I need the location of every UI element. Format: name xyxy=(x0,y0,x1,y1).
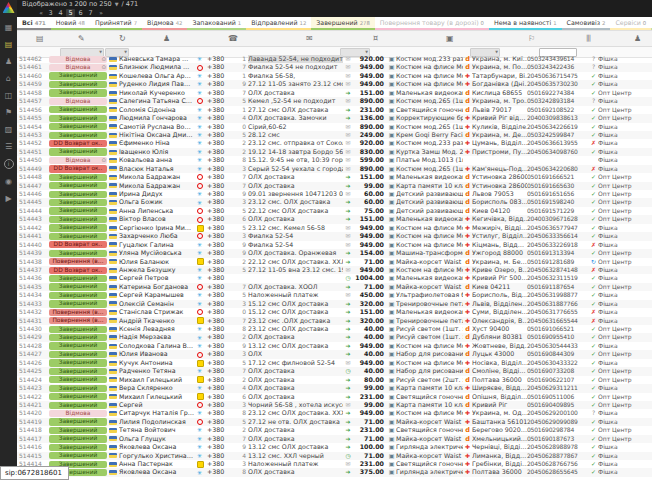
sent-message-icon[interactable]: ➔ xyxy=(343,308,353,316)
phone-number[interactable]: +380 xyxy=(207,139,238,147)
tab-Повернення товару (в дорозі)[interactable]: Повернення товару (в дорозі)0 xyxy=(375,17,489,30)
product-name[interactable]: Рисуй светом (1шт. х 40.00 = 40… xyxy=(396,325,463,333)
tab-Прийнятий[interactable]: Прийнятий7 xyxy=(90,17,142,30)
phone-number[interactable]: +380 xyxy=(207,376,238,384)
phone-number[interactable]: +380 xyxy=(207,274,238,282)
customers-icon[interactable]: ♟ xyxy=(2,55,15,68)
tab-Сервіси[interactable]: Сервіси0 xyxy=(610,17,651,30)
customer-name[interactable]: Сергей xyxy=(119,401,197,409)
sent-message-icon[interactable]: ➔ xyxy=(343,182,353,190)
order-row[interactable]: 514420ВідмоваСитарчук Наталія Гр…✳+38082… xyxy=(17,409,652,417)
order-row[interactable]: 514426ЗавершенийКучук Антонина+380517.12… xyxy=(17,359,652,367)
product-name[interactable]: Майка-корсет Waist Trainer *142… xyxy=(396,452,463,460)
customer-name[interactable]: Соломія Сідоніна xyxy=(119,106,197,114)
order-row[interactable]: 514433ЗавершенийОлексій Семанін✳+380315.… xyxy=(17,300,652,308)
phone-number[interactable]: +380 xyxy=(207,333,238,341)
status-badge[interactable]: Повернення (в… xyxy=(49,258,107,265)
tracking-number[interactable]: 0501690622107 xyxy=(527,376,589,384)
status-badge[interactable]: Завершений xyxy=(49,300,107,307)
status-badge[interactable]: Завершений xyxy=(49,224,107,231)
product-name[interactable]: Костюм на флисе Мод.1014 (1ш… xyxy=(396,266,463,274)
tracking-number[interactable]: 0501691665630 xyxy=(527,182,589,190)
cart-icon[interactable]: ◫ xyxy=(2,89,15,102)
phone-number[interactable]: +380 xyxy=(207,148,238,156)
message-icon[interactable]: ✉ xyxy=(343,131,353,139)
pending-icon[interactable]: ◷ xyxy=(343,367,353,375)
tracking-number[interactable]: 20450629099089 xyxy=(527,418,589,426)
tracking-number[interactable]: 20450634098760 xyxy=(527,148,589,156)
phone-number[interactable]: +380 xyxy=(207,460,238,468)
sent-message-icon[interactable]: ➔ xyxy=(343,89,353,97)
sent-message-icon[interactable]: ➔ xyxy=(343,207,353,215)
marketing-icon[interactable]: ⚑ xyxy=(2,106,15,119)
status-badge[interactable]: Завершений xyxy=(49,418,107,425)
message-icon[interactable]: ✉ xyxy=(343,97,353,105)
phone-number[interactable]: +380 xyxy=(207,232,238,240)
sent-message-icon[interactable]: ➔ xyxy=(343,114,353,122)
customer-name[interactable]: Сергей Карамышев xyxy=(119,291,197,299)
phone-number[interactable]: +380 xyxy=(207,97,238,105)
product-name[interactable]: Куртка Замш Мод. 250 (1шт. х 8… xyxy=(396,148,463,156)
message-icon[interactable]: ✉ xyxy=(343,224,353,232)
tracking-number[interactable]: 20400309671628 xyxy=(527,215,589,223)
phone-number[interactable]: +380 xyxy=(207,131,238,139)
customer-name[interactable]: Сергей Петров xyxy=(119,274,197,282)
order-row[interactable]: 514445ЗавершенийОльга Божик✳+380323.12 с… xyxy=(17,198,652,206)
status-badge[interactable]: Завершений xyxy=(49,250,107,257)
order-row[interactable]: 514437DD Возврат ок..Анжела Безушку✳+380… xyxy=(17,266,652,274)
per-page-dropdown-icon[interactable]: ▼ xyxy=(115,0,119,9)
phone-number[interactable]: +380 xyxy=(207,182,238,190)
product-name[interactable]: Корректирующие брюки Hollyw… xyxy=(396,114,463,122)
order-comment[interactable]: ОЛХ доставка xyxy=(248,435,343,443)
order-comment[interactable]: 27.12 11-05 вна 23.12 смс. 19… xyxy=(248,266,343,274)
sent-message-icon[interactable]: ➔ xyxy=(343,468,353,476)
order-comment[interactable]: 09.01 звернення 10471203 04… xyxy=(248,190,343,198)
product-name[interactable]: Крем Goqi Berry Facial Cream *3… xyxy=(396,131,463,139)
product-name[interactable]: Ультрафиолетовая бактерицид… xyxy=(396,291,463,299)
message-icon[interactable]: ✉ xyxy=(343,401,353,409)
barcode-icon[interactable]: ||| xyxy=(586,33,590,44)
order-comment[interactable]: 23.12 смс ОЛХ доставка. ХХХЛ xyxy=(248,409,343,417)
payment-icon[interactable]: ¤ xyxy=(373,33,378,44)
order-row[interactable]: 514429ЗавершенийНадія Мерзаєва✳+3802ОЛХ … xyxy=(17,333,652,341)
message-icon[interactable]: ✉ xyxy=(343,241,353,249)
order-row[interactable]: 514418ЗавершенийТетяна Войтович✳+3802ОЛХ… xyxy=(17,426,652,434)
sent-message-icon[interactable]: ➔ xyxy=(343,258,353,266)
status-badge[interactable]: Завершений xyxy=(49,89,107,96)
message-icon[interactable]: ✉ xyxy=(343,63,353,71)
first-page-button[interactable]: « xyxy=(36,9,45,17)
order-comment[interactable]: ОЛХ доставка xyxy=(248,215,343,223)
status-badge[interactable]: Завершений xyxy=(49,148,107,155)
status-badge[interactable]: Завершений xyxy=(49,182,107,189)
order-comment[interactable]: Кемел ,52-54 не подходит xyxy=(248,97,343,105)
status-edit-icon[interactable]: ✎ xyxy=(78,33,85,44)
product-name[interactable]: Детский развивающий констру… xyxy=(396,198,463,206)
phone-number[interactable]: +380 xyxy=(207,241,238,249)
tracking-number[interactable]: 20450632311519 xyxy=(527,274,589,282)
tab-Нема в наявності[interactable]: Нема в наявності1 xyxy=(489,17,562,30)
watch-icon[interactable]: ◉ xyxy=(2,175,15,188)
status-badge[interactable]: Повернення (в… xyxy=(49,317,107,324)
phone-number[interactable]: +380 xyxy=(207,215,238,223)
phone-number[interactable]: +380 xyxy=(207,198,238,206)
product-name[interactable]: Маленькая видеокамера SQ8 *… xyxy=(396,215,463,223)
customer-name[interactable]: Юлия Баланюк xyxy=(119,258,197,266)
status-badge[interactable]: Завершений xyxy=(49,342,107,349)
customer-name[interactable]: Кошелева Ольга Ар… xyxy=(119,72,197,80)
tracking-number[interactable]: 20450634226619 xyxy=(527,123,589,131)
status-badge[interactable]: Відмова⊙ xyxy=(49,157,107,164)
sent-message-icon[interactable]: ➔ xyxy=(343,418,353,426)
order-row[interactable]: 514455ЗавершенийЛюдмила Гончарова✳+3804О… xyxy=(17,114,652,122)
sent-message-icon[interactable]: ➔ xyxy=(343,317,353,325)
order-comment[interactable]: Фиалка 52-54 не подходит xyxy=(248,63,343,71)
order-comment[interactable]: 23.12 смс .ОЛХ доставка xyxy=(248,317,343,325)
order-row[interactable]: 514454ЗавершенийСамотій Руслана Во…✳+380… xyxy=(17,123,652,131)
message-icon[interactable]: ✉ xyxy=(343,460,353,468)
sent-message-icon[interactable]: ➔ xyxy=(343,376,353,384)
sent-message-icon[interactable]: ➔ xyxy=(343,384,353,392)
message-icon[interactable]: ✉ xyxy=(343,266,353,274)
product-name[interactable]: Костюм мод.265 (1шт. х 890.00 … xyxy=(396,165,463,173)
tracking-number[interactable]: 0501691571229 xyxy=(527,207,589,215)
page-button[interactable]: 4 xyxy=(56,9,65,17)
phone-number[interactable]: +380 xyxy=(207,435,238,443)
